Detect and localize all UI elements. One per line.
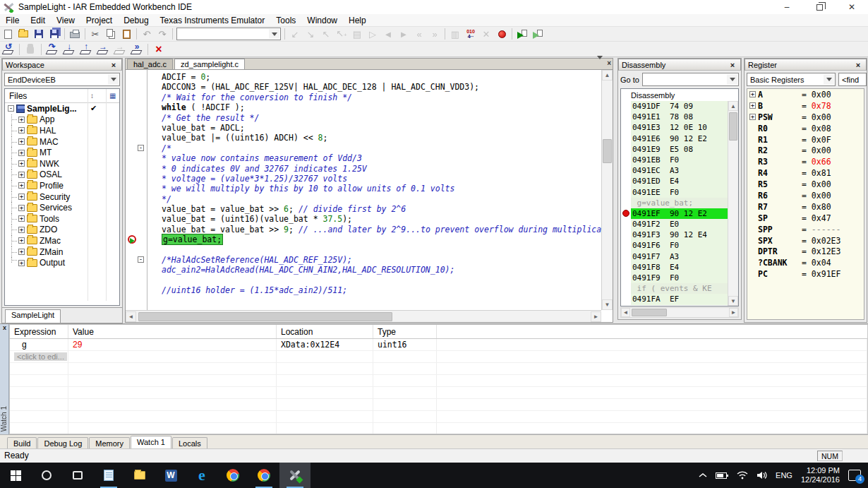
- volume-icon[interactable]: [757, 471, 767, 480]
- expand-icon[interactable]: +: [18, 249, 25, 255]
- disassembly-row[interactable]: 0491E9 E5 08: [621, 144, 738, 155]
- workspace-tab-samplelight[interactable]: SampleLight: [5, 309, 61, 323]
- editor-close-icon[interactable]: ×: [607, 59, 611, 67]
- scroll-left-icon[interactable]: ◄: [621, 308, 630, 317]
- tree-folder-mac[interactable]: +MAC: [5, 136, 119, 148]
- disassembly-row[interactable]: 0491EC A3: [621, 165, 738, 176]
- watch-row[interactable]: g29XData:0x12E4uint16: [10, 339, 867, 351]
- next-statement-icon[interactable]: →: [95, 42, 111, 56]
- chrome-app-2[interactable]: [248, 463, 279, 488]
- disassembly-row[interactable]: 0491F3 90 12 E4: [621, 230, 738, 240]
- disassembly-gutter[interactable]: [621, 273, 631, 283]
- code-line-22[interactable]: //uint16 holder = (1.15*adc_ain2)/511;: [126, 285, 601, 295]
- code-line-19[interactable]: -/*HalAdcSetReference(HAL_ADC_REF_125V);: [126, 255, 601, 265]
- menu-item-texas-instruments-emulator[interactable]: Texas Instruments Emulator: [155, 14, 271, 27]
- chrome-app[interactable]: [217, 463, 248, 488]
- register-row-spp[interactable]: SPP= ------: [747, 224, 864, 235]
- disassembly-gutter[interactable]: [621, 208, 631, 219]
- go-icon[interactable]: »: [128, 42, 145, 56]
- step-out-icon[interactable]: ↑: [78, 42, 95, 56]
- scroll-right-icon[interactable]: ►: [591, 311, 601, 322]
- register-row-dptr[interactable]: DPTR= 0x12E3: [747, 246, 864, 257]
- workspace-close-icon[interactable]: ×: [109, 61, 119, 69]
- code-line-13[interactable]: */: [126, 194, 601, 204]
- expand-icon[interactable]: +: [18, 138, 25, 145]
- register-row-r7[interactable]: R7= 0x80: [747, 201, 864, 213]
- disassembly-row[interactable]: 0491F6 F0: [621, 240, 738, 251]
- sort-icon[interactable]: ↕: [90, 92, 94, 100]
- expand-icon[interactable]: +: [18, 215, 25, 222]
- code-area[interactable]: ADCIF = 0;ADCCON3 = (HAL_ADC_REF_125V| H…: [126, 70, 601, 310]
- code-line-20[interactable]: adc_ain2=HalAdcRead(HAL_ADC_CHN_AIN2,HAL…: [126, 265, 601, 275]
- menu-item-view[interactable]: View: [51, 14, 80, 27]
- code-line-18[interactable]: [126, 245, 601, 255]
- column-value[interactable]: Value: [68, 325, 277, 338]
- disassembly-horizontal-scrollbar[interactable]: ◄ ►: [620, 307, 739, 318]
- word-app[interactable]: W: [155, 463, 186, 488]
- editor-horizontal-scrollbar[interactable]: ◄ ►: [126, 310, 601, 322]
- editor-tab-list-icon[interactable]: [597, 59, 603, 67]
- code-line-2[interactable]: ADCCON3 = (HAL_ADC_REF_125V| HAL_ADC_DEC…: [126, 82, 601, 92]
- register-row-sp[interactable]: SP= 0x47: [747, 213, 864, 224]
- chevron-down-icon[interactable]: [269, 29, 279, 39]
- column-location[interactable]: Location: [277, 325, 373, 338]
- step-over-icon[interactable]: ↷: [44, 42, 61, 56]
- scroll-down-icon[interactable]: ▼: [728, 296, 738, 306]
- tab-zd-samplelight[interactable]: zd_samplelight.c: [174, 59, 245, 69]
- code-line-6[interactable]: value_bat = ADCL;: [126, 123, 601, 133]
- disassembly-row[interactable]: 0491DF 74 09: [621, 101, 738, 112]
- code-line-9[interactable]: * value now contains measurement of Vdd/…: [126, 153, 601, 163]
- menu-item-tools[interactable]: Tools: [270, 14, 301, 27]
- register-row-r3[interactable]: R3= 0x66: [747, 156, 864, 167]
- code-line-1[interactable]: ADCIF = 0;: [126, 72, 601, 82]
- expand-icon[interactable]: +: [18, 237, 25, 244]
- new-document-icon[interactable]: [0, 28, 16, 40]
- scroll-right-icon[interactable]: ►: [729, 308, 738, 317]
- disassembly-gutter[interactable]: [621, 155, 631, 165]
- tree-folder-hal[interactable]: +HAL: [5, 125, 119, 136]
- disassembly-gutter[interactable]: [621, 283, 631, 294]
- menu-item-edit[interactable]: Edit: [25, 14, 51, 27]
- task-view-button[interactable]: [62, 463, 93, 488]
- watch-new-row[interactable]: <click to edi...: [10, 351, 867, 363]
- edge-app[interactable]: e: [186, 463, 217, 488]
- battery-icon[interactable]: [716, 472, 728, 480]
- chevron-down-icon[interactable]: [824, 74, 834, 85]
- restore-button[interactable]: [803, 0, 836, 14]
- code-line-17[interactable]: g=value_bat;: [126, 234, 601, 244]
- code-line-15[interactable]: value_bat = (uint16)(value_bat * 37.5);: [126, 214, 601, 224]
- save-all-icon[interactable]: [47, 28, 62, 40]
- code-line-5[interactable]: /* Get the result */: [126, 113, 601, 123]
- tab-watch-1[interactable]: Watch 1: [131, 436, 171, 448]
- disassembly-gutter[interactable]: [621, 144, 631, 155]
- scroll-left-icon[interactable]: ◄: [126, 311, 136, 322]
- code-line-11[interactable]: * voltage = (value*3*1.25)/32767 volts: [126, 174, 601, 184]
- register-row-psw[interactable]: +PSW= 0x00: [747, 112, 864, 123]
- disassembly-gutter[interactable]: [621, 294, 631, 304]
- tree-folder-output[interactable]: +Output: [5, 257, 119, 268]
- register-row-r4[interactable]: R4= 0x81: [747, 167, 864, 179]
- breakpoint-icon[interactable]: [622, 210, 629, 217]
- scroll-up-icon[interactable]: ▲: [728, 101, 738, 111]
- click-to-edit-placeholder[interactable]: <click to edi...: [14, 352, 67, 361]
- disassembly-gutter[interactable]: [621, 251, 631, 262]
- expand-icon[interactable]: +: [749, 91, 756, 97]
- disassembly-gutter[interactable]: [621, 112, 631, 122]
- tab-locals[interactable]: Locals: [172, 437, 207, 449]
- disassembly-row[interactable]: 0491F2 E0: [621, 219, 738, 230]
- collapse-icon[interactable]: -: [8, 105, 14, 112]
- goto-input[interactable]: [642, 73, 739, 86]
- disassembly-gutter[interactable]: [621, 122, 631, 133]
- expand-icon[interactable]: +: [18, 227, 25, 233]
- editor-vscroll-thumb[interactable]: [603, 139, 612, 163]
- code-line-10[interactable]: * 0 indicates 0V and 32767 indicates 1.2…: [126, 164, 601, 174]
- code-line-3[interactable]: /* Wait for the conversion to finish */: [126, 93, 601, 102]
- disassembly-row[interactable]: 0491E1 78 08: [621, 112, 738, 122]
- scroll-down-icon[interactable]: ▼: [602, 299, 613, 310]
- menu-item-project[interactable]: Project: [80, 14, 118, 27]
- disassembly-row[interactable]: 0491E3 12 0E 10: [621, 122, 738, 133]
- action-center-icon[interactable]: 4: [848, 470, 861, 481]
- disassembly-gutter[interactable]: [621, 262, 631, 273]
- register-close-icon[interactable]: ×: [853, 61, 863, 69]
- watch-expression-placeholder[interactable]: <click to edi...: [10, 351, 68, 362]
